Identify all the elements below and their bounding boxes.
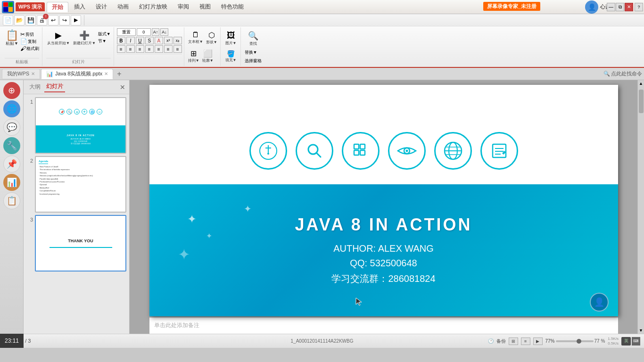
menu-tab-animation[interactable]: 动画 (113, 2, 133, 12)
outline-button[interactable]: ⬜ 轮廓▼ (201, 48, 215, 64)
view-normal-button[interactable]: ⊞ (509, 337, 518, 345)
tab-java-doc[interactable]: 📊 Java 8实战视频.pptx ✕ (41, 69, 113, 79)
copy-button[interactable]: 📄复制 (20, 38, 39, 45)
arrange-button[interactable]: ⊞ 排列▼ (187, 48, 200, 64)
new-tab-button[interactable]: + (114, 69, 124, 79)
zoom-area: 77% 77 % (545, 338, 605, 344)
minimize-button[interactable]: — (607, 3, 615, 11)
underline-button[interactable]: U (136, 37, 144, 44)
undo-button[interactable]: ↩ (48, 15, 58, 25)
shape-button[interactable]: ⬡ 形状▼ (205, 30, 218, 46)
align-right-button[interactable]: ≡ (136, 45, 144, 53)
zoom-thumb[interactable] (577, 339, 581, 344)
select-pane-button[interactable]: 选择窗格 (245, 58, 262, 64)
outline-tab[interactable]: 大纲 (27, 82, 42, 92)
align-left-button[interactable]: ≡ (117, 45, 125, 53)
new-file-button[interactable]: 📄 (3, 15, 13, 25)
close-button[interactable]: ✕ (625, 3, 633, 11)
image-button[interactable]: 🖼 图片▼ (224, 30, 238, 47)
distribute-button[interactable]: ≡ (155, 45, 163, 53)
view-slideshow-button[interactable]: ▶ (533, 337, 543, 345)
list-button[interactable]: ≡ (173, 45, 182, 53)
slide-thumb-2[interactable]: 2 Agenda · New Feature of Java8 · The in… (26, 156, 126, 213)
new-slide-button[interactable]: ➕ 新建幻灯片▼ (72, 29, 97, 47)
notes-area[interactable]: 单击此处添加备注 (149, 317, 618, 334)
superscript-button[interactable]: x² (164, 37, 173, 44)
find-button[interactable]: 🔍 查找 (245, 30, 262, 47)
keyboard-button[interactable]: ⌨ (632, 337, 640, 346)
slides-panel-close-button[interactable]: ✕ (120, 83, 125, 91)
scroll-thumb[interactable] (639, 90, 644, 113)
slides-tab[interactable]: 幻灯片 (44, 82, 65, 92)
save-button[interactable]: 💾 (25, 15, 36, 25)
replace-button[interactable]: 替换▼ (245, 49, 257, 56)
slide-icon-pin (249, 132, 287, 170)
user-avatar[interactable]: 👤 (585, 0, 598, 14)
line-spacing-button[interactable]: ≡ (164, 45, 173, 53)
justify-button[interactable]: ≡ (145, 45, 154, 53)
ime-button[interactable]: 英 (621, 337, 631, 346)
tab-my-wps-close[interactable]: ✕ (31, 71, 35, 76)
slide-thumb-1[interactable]: 1 📌 🔍 ⊞ 👁 🌐 ✏ JAVA 8 (26, 97, 126, 154)
slide-thumb-3[interactable]: 3 THANK YOU (26, 215, 126, 272)
bold-button[interactable]: B (117, 37, 125, 44)
sidebar-icon-1[interactable]: ⊕ (3, 82, 20, 99)
align-center-button[interactable]: ≡ (126, 45, 135, 53)
format-brush-button[interactable]: 🖌格式刷 (20, 45, 39, 52)
slide-canvas[interactable]: ✦ ✦ ✦ ✦ JAVA 8 IN ACTION AUTHOR: ALEX WA… (149, 85, 618, 316)
font-shrink-button[interactable]: A↓ (160, 28, 168, 36)
textbox-button[interactable]: 🗒 文本框▼ (187, 30, 204, 45)
fill-button[interactable]: 🪣 填充▼ (224, 49, 238, 64)
sidebar-icon-2[interactable]: 🌐 (3, 100, 20, 117)
right-scrollbar[interactable]: ▲ ▼ (637, 80, 644, 334)
layout-button[interactable]: 版式▼ (98, 31, 111, 37)
help-button[interactable]: ? (635, 3, 643, 11)
menu-tab-review[interactable]: 审阅 (173, 2, 194, 12)
tab-java-doc-close[interactable]: ✕ (104, 71, 108, 76)
open-file-button[interactable]: 📂 (14, 15, 25, 25)
find-command-area[interactable]: 🔍点此处找命令 (603, 70, 642, 77)
menu-tab-design[interactable]: 设计 (91, 2, 112, 12)
redo-button[interactable]: ↪ (59, 15, 70, 25)
slide-1-preview[interactable]: 📌 🔍 ⊞ 👁 🌐 ✏ JAVA 8 IN ACTION AUTHOR: ALE… (35, 97, 126, 154)
view-outline-button[interactable]: ≡ (521, 337, 530, 345)
slideshow-quick-button[interactable]: ▶ (71, 15, 81, 25)
zoom-slider[interactable] (556, 340, 594, 342)
section-button[interactable]: 节▼ (98, 38, 111, 44)
doc-tab-bar: 我的WPS ✕ 📊 Java 8实战视频.pptx ✕ + 🔍点此处找命令 (0, 68, 644, 80)
from-current-button[interactable]: ▶ 从当前开始▼ (46, 29, 71, 47)
title-bar: WPS 演示 开始 插入 设计 动画 幻灯片放映 审阅 视图 特色功能 屏幕录像… (0, 0, 644, 14)
reset-input[interactable] (117, 28, 136, 36)
menu-tab-slideshow[interactable]: 幻灯片放映 (134, 2, 172, 12)
restore-button[interactable]: ⧉ (616, 3, 624, 11)
italic-button[interactable]: I (126, 37, 135, 44)
subscript-button[interactable]: x₂ (173, 37, 182, 44)
paste-button[interactable]: 📋 粘贴▼ (5, 29, 19, 48)
cut-button[interactable]: ✂剪切 (20, 31, 39, 38)
scroll-down-button[interactable]: ▼ (639, 328, 643, 333)
backup-button[interactable]: 备份 (496, 338, 506, 345)
sidebar-icon-7[interactable]: 📋 (3, 192, 20, 209)
sidebar-icon-5[interactable]: 📌 (3, 156, 20, 173)
svg-rect-8 (354, 150, 359, 155)
slide-2-preview[interactable]: Agenda · New Feature of Java8 · The intr… (35, 156, 126, 213)
strikethrough-button[interactable]: S (145, 37, 154, 44)
ribbon-group-media: 🖼 图片▼ 🪣 填充▼ (222, 27, 241, 66)
font-size-input[interactable] (137, 28, 151, 36)
font-color-button[interactable]: A (155, 37, 163, 44)
scroll-up-button[interactable]: ▲ (639, 81, 643, 86)
menu-tab-insert[interactable]: 插入 (69, 2, 90, 12)
sidebar-icon-3[interactable]: 💬 (3, 119, 20, 136)
font-grow-button[interactable]: A↑ (152, 28, 160, 36)
sidebar-icon-4[interactable]: 🔧 (3, 137, 20, 154)
slide-group: 学习交流群：286081824 (331, 272, 435, 285)
tab-my-wps[interactable]: 我的WPS ✕ (2, 69, 40, 79)
wps-logo-tab[interactable]: WPS 演示 (16, 2, 45, 11)
windows-start-button[interactable] (2, 1, 14, 13)
print-button[interactable]: 🖨 ! (37, 15, 47, 25)
sidebar-icon-6[interactable]: 📊 (3, 174, 20, 191)
slide-3-preview[interactable]: THANK YOU (35, 215, 126, 272)
menu-tab-view[interactable]: 视图 (195, 2, 215, 12)
menu-tab-start[interactable]: 开始 (47, 2, 68, 12)
menu-tab-special[interactable]: 特色功能 (216, 2, 248, 12)
